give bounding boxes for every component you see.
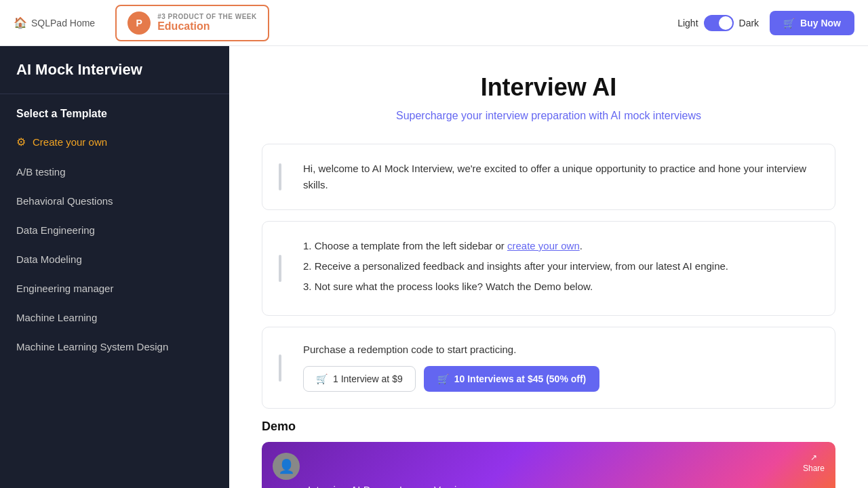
steps-card: 1. Choose a template from the left sideb… [262,221,835,316]
main-area: AI Mock Interview Select a Template ⚙ Cr… [0,46,868,488]
sidebar-item-create-your-own[interactable]: ⚙ Create your own [0,127,229,157]
product-rank: #3 PRODUCT OF THE WEEK [157,13,257,20]
sidebar-item-label: Machine Learning System Design [16,341,168,352]
home-link[interactable]: 🏠 SQLPad Home [14,16,95,29]
one-interview-button[interactable]: 🛒 1 Interview at $9 [303,366,416,392]
toggle-thumb [719,16,732,30]
sidebar-item-ml-system-design[interactable]: Machine Learning System Design [0,332,229,361]
sidebar-item-data-modeling[interactable]: Data Modeling [0,245,229,274]
step-2: 2. Receive a personalized feedback and i… [303,258,818,274]
buy-label: Buy Now [800,18,841,28]
purchase-buttons: 🛒 1 Interview at $9 🛒 10 Interviews at $… [303,366,818,392]
buy-now-button[interactable]: 🛒 Buy Now [770,11,854,35]
video-thumbnail[interactable]: 👤 Interview AI Demo - Longer Version ↗ S… [262,442,835,488]
content-area: Interview AI Supercharge your interview … [229,46,868,488]
sidebar-item-label: Data Modeling [16,253,82,265]
sidebar-item-data-engineering[interactable]: Data Engineering [0,216,229,245]
product-badge: P #3 PRODUCT OF THE WEEK Education [115,5,269,41]
welcome-card: Hi, welcome to AI Mock Interview, we're … [262,144,835,210]
theme-toggle[interactable] [704,15,734,31]
sidebar-item-engineering-manager[interactable]: Engineering manager [0,274,229,303]
app-title: AI Mock Interview [16,61,213,79]
demo-section: Demo 👤 Interview AI Demo - Longer Versio… [262,420,835,488]
theme-light-label: Light [677,18,698,28]
sidebar: AI Mock Interview Select a Template ⚙ Cr… [0,46,229,488]
theme-toggle-wrap: Light Dark [677,15,759,31]
template-section-label: Select a Template [0,94,229,127]
sidebar-item-behavioral-questions[interactable]: Behavioral Questions [0,186,229,216]
product-title: Education [157,20,257,33]
share-button[interactable]: ↗ Share [803,453,825,473]
step-3: 3. Not sure what the process looks like?… [303,279,818,295]
purchase-card: Purchase a redemption code to start prac… [262,327,835,409]
sidebar-item-machine-learning[interactable]: Machine Learning [0,303,229,332]
page-subtitle: Supercharge your interview preparation w… [262,110,835,122]
ten-interviews-button[interactable]: 🛒 10 Interviews at $45 (50% off) [424,366,600,392]
theme-dark-label: Dark [739,18,760,28]
sidebar-title-area: AI Mock Interview [0,46,229,94]
cart-icon-primary: 🛒 [437,373,449,384]
cart-icon-small: 🛒 [316,373,328,384]
steps-list: 1. Choose a template from the left sideb… [303,238,818,295]
home-label: SQLPad Home [31,18,95,28]
one-interview-label: 1 Interview at $9 [333,373,403,384]
product-badge-text: #3 PRODUCT OF THE WEEK Education [157,13,257,33]
video-title: Interview AI Demo - Longer Version [308,484,468,489]
top-nav: 🏠 SQLPad Home P #3 PRODUCT OF THE WEEK E… [0,0,868,46]
sidebar-item-label: Data Engineering [16,224,95,236]
cart-icon: 🛒 [783,18,795,28]
share-label: Share [803,464,825,473]
product-icon: P [127,12,151,35]
demo-label: Demo [262,420,835,434]
sidebar-item-label: Machine Learning [16,312,97,323]
sidebar-item-ab-testing[interactable]: A/B testing [0,157,229,186]
step-1: 1. Choose a template from the left sideb… [303,238,818,254]
purchase-text: Purchase a redemption code to start prac… [303,344,818,355]
page-title: Interview AI [262,73,835,102]
card-bar-purchase [279,354,281,382]
sidebar-item-label: A/B testing [16,166,66,178]
share-icon: ↗ [810,453,817,462]
nav-right: Light Dark 🛒 Buy Now [677,11,854,35]
welcome-text: Hi, welcome to AI Mock Interview, we're … [303,161,818,193]
home-icon: 🏠 [14,16,27,29]
sidebar-item-label: Engineering manager [16,283,113,294]
app-container: 🏠 SQLPad Home P #3 PRODUCT OF THE WEEK E… [0,0,868,488]
create-your-own-link[interactable]: create your own [507,240,580,251]
card-bar-steps [279,255,281,282]
gear-icon: ⚙ [16,136,26,148]
sidebar-item-label: Create your own [33,136,107,148]
sidebar-item-label: Behavioral Questions [16,195,113,207]
video-avatar: 👤 [273,453,300,480]
ten-interviews-label: 10 Interviews at $45 (50% off) [454,373,587,384]
card-bar [279,163,281,190]
